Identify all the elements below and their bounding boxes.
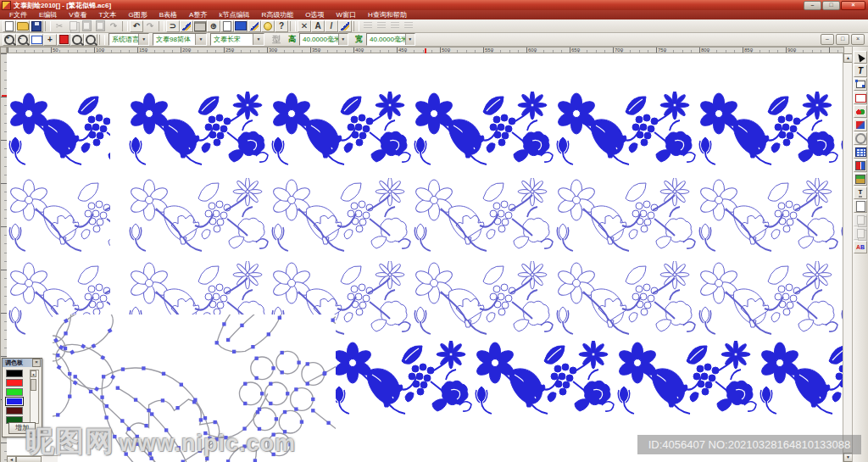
new-file-button[interactable]	[3, 20, 16, 32]
path-node[interactable]	[162, 372, 165, 376]
table-tool[interactable]	[854, 146, 867, 159]
path-node[interactable]	[243, 382, 247, 386]
color-swatch-0[interactable]	[6, 370, 23, 377]
text-layout-tool[interactable]: T	[854, 186, 867, 199]
pan-button[interactable]: +	[43, 34, 57, 46]
ab-letters-tool[interactable]: AB	[854, 241, 867, 253]
font-combo-1[interactable]: 文泰98简体 ▼	[153, 33, 207, 46]
path-node[interactable]	[199, 418, 203, 421]
mdi-close-button[interactable]: ×	[851, 34, 865, 45]
color-swatch-1[interactable]	[6, 379, 23, 387]
path-node[interactable]	[134, 398, 137, 402]
fill-tool[interactable]	[854, 119, 867, 131]
font-tool-button[interactable]: A	[311, 20, 325, 32]
print-preview-button[interactable]	[220, 20, 234, 32]
path-node[interactable]	[269, 402, 272, 405]
zoom-page-button[interactable]	[70, 34, 84, 46]
rotate-button[interactable]: ⊃	[166, 20, 180, 32]
path-node[interactable]	[150, 412, 153, 415]
mdi-minimize-button[interactable]: –	[821, 34, 834, 45]
display-button[interactable]	[234, 20, 248, 32]
menu-item-3[interactable]: T文本	[93, 10, 123, 19]
path-node[interactable]	[161, 398, 164, 402]
menu-item-6[interactable]: A整齐	[183, 10, 213, 19]
path-node[interactable]	[260, 392, 264, 395]
color-swatch-3[interactable]	[6, 398, 23, 405]
pattern-row4[interactable]	[331, 341, 843, 415]
path-node[interactable]	[286, 392, 289, 395]
save-button[interactable]	[30, 20, 43, 32]
chevron-down-icon[interactable]: ▼	[405, 34, 415, 45]
path-node[interactable]	[281, 370, 284, 374]
path-node[interactable]	[64, 331, 67, 335]
path-node[interactable]	[74, 375, 77, 378]
pen-settings-button[interactable]	[338, 20, 352, 32]
path-node[interactable]	[300, 420, 303, 424]
path-node[interactable]	[89, 390, 92, 393]
path-node[interactable]	[102, 375, 105, 378]
menu-item-5[interactable]: B表格	[153, 10, 183, 19]
chevron-down-icon[interactable]: ▼	[253, 34, 264, 45]
path-node[interactable]	[180, 383, 183, 387]
fill-view-button[interactable]	[57, 34, 70, 46]
path-node[interactable]	[256, 410, 259, 414]
select-tool[interactable]	[854, 51, 867, 64]
print-button[interactable]	[193, 20, 207, 32]
chevron-down-icon[interactable]: ▼	[195, 34, 206, 45]
path-node[interactable]	[91, 343, 96, 348]
path-node[interactable]	[311, 409, 314, 412]
menu-item-2[interactable]: V查看	[63, 10, 92, 19]
path-node[interactable]	[278, 316, 281, 320]
path-node[interactable]	[275, 417, 278, 420]
path-node[interactable]	[147, 409, 150, 412]
import-image-tool[interactable]	[854, 173, 867, 186]
scroll-left-button[interactable]: ◄	[7, 456, 16, 462]
path-node[interactable]	[243, 402, 247, 405]
open-file-button[interactable]	[16, 20, 30, 32]
pattern-row1-main[interactable]	[127, 92, 843, 170]
zoom-object-button[interactable]	[84, 34, 97, 46]
clipart-tool[interactable]	[854, 105, 867, 118]
color-swatch-4[interactable]	[6, 407, 23, 415]
path-node[interactable]	[203, 416, 207, 420]
path-node[interactable]	[271, 366, 275, 370]
path-node[interactable]	[251, 345, 254, 348]
path-node[interactable]	[73, 380, 78, 385]
path-node[interactable]	[215, 341, 219, 344]
path-node[interactable]	[100, 396, 103, 399]
path-node[interactable]	[68, 372, 71, 376]
palette-title-bar[interactable]: 调色板 ×	[3, 359, 42, 367]
path-node[interactable]	[326, 421, 330, 425]
path-node[interactable]	[94, 387, 99, 392]
palette-scroll-thumb[interactable]	[31, 379, 36, 391]
zoom-window-button[interactable]	[30, 34, 43, 46]
path-node[interactable]	[56, 413, 59, 416]
path-node[interactable]	[70, 350, 75, 355]
text-tool[interactable]: T	[854, 64, 867, 77]
cut-plot-button[interactable]: ✕	[298, 20, 311, 32]
rectangle-tool[interactable]	[854, 92, 867, 104]
path-node[interactable]	[232, 350, 236, 353]
path-node[interactable]	[222, 322, 225, 326]
menu-item-11[interactable]: H查询和帮助	[362, 10, 413, 19]
path-node[interactable]	[64, 347, 67, 350]
chevron-down-icon[interactable]: ▼	[138, 34, 148, 45]
zoom-out-button[interactable]: -	[16, 34, 30, 46]
path-node[interactable]	[294, 407, 298, 410]
path-node[interactable]	[56, 353, 59, 357]
color-swatch-2[interactable]	[6, 388, 23, 396]
path-node[interactable]	[281, 351, 284, 354]
path-node[interactable]	[267, 332, 270, 336]
menu-item-8[interactable]: R高级功能	[255, 10, 299, 19]
line-tool-button[interactable]: /	[325, 20, 338, 32]
width-field[interactable]: 40.0000毫米 ▼	[366, 33, 415, 46]
path-node[interactable]	[121, 367, 125, 370]
menu-item-0[interactable]: F文件	[3, 10, 33, 19]
pattern-row2-left[interactable]	[7, 178, 110, 253]
document-canvas[interactable]	[7, 53, 843, 462]
menu-item-7[interactable]: k节点编辑	[213, 10, 255, 19]
path-node[interactable]	[254, 376, 258, 380]
shape-tool[interactable]	[854, 132, 867, 145]
color-block-tool[interactable]	[854, 159, 867, 172]
path-node[interactable]	[104, 415, 108, 419]
